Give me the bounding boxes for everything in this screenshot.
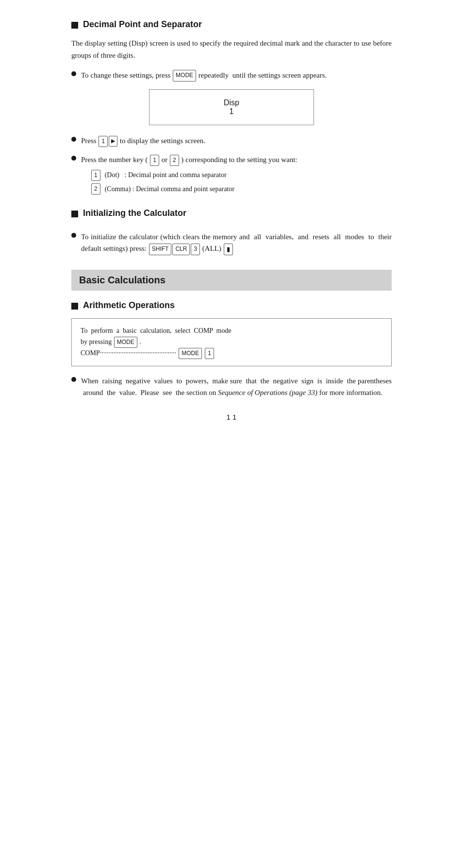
gray-banner-basic: Basic Calculations [71,270,392,291]
key-mode-3: MODE [179,348,202,359]
key-3: 3 [191,244,200,255]
section-title-decimal: Decimal Point and Separator [83,19,202,30]
key-1-comp: 1 [205,348,214,359]
key-2-opt: 2 [91,183,100,195]
bullet-text-number-key: Press the number key ( 1 or 2 ) correspo… [81,154,392,199]
info-box-comp: To perform a basic calculation, select C… [71,318,392,366]
round-bullet-2 [71,137,76,142]
section-heading-init: Initializing the Calculator [71,208,392,218]
bullet-press-number-key: Press the number key ( 1 or 2 ) correspo… [71,154,392,199]
key-arrow-right: ▶ [109,136,117,147]
key-shift: SHIFT [149,244,172,255]
round-bullet-1 [71,71,76,76]
round-bullet-5 [71,377,76,382]
key-exec: ▮ [224,244,233,256]
bullet-text-press-1: Press 1▶ to display the settings screen. [81,135,392,147]
key-option-comma-label: (Comma) : Decimal comma and point separa… [105,184,234,195]
key-1-b: 1 [150,155,159,166]
section-title-arithmetic: Arithmetic Operations [83,300,175,311]
bullet-initialize: To initialize the calculator (which clea… [71,231,392,255]
key-2-a: 2 [170,155,179,166]
key-options: 1 (Dot) : Decimal point and comma separa… [91,170,392,195]
bullet-press-1-arrow: Press 1▶ to display the settings screen. [71,135,392,147]
round-bullet-3 [71,156,76,161]
intro-para-decimal: The display setting (Disp) screen is use… [71,37,392,62]
page: Decimal Point and Separator The display … [62,0,401,868]
key-1-opt: 1 [91,170,100,181]
sq-bullet-arithmetic [71,303,78,310]
bullet-text-change-settings: To change these settings, press MODE rep… [81,69,392,82]
section-title-init: Initializing the Calculator [83,208,186,218]
sq-bullet-decimal [71,22,78,29]
display-line2: 1 [161,107,302,116]
comp-label: COMP····································… [81,348,176,359]
key-1-a: 1 [99,136,108,147]
page-number: 1 1 [71,413,392,421]
bullet-change-settings: To change these settings, press MODE rep… [71,69,392,82]
round-bullet-4 [71,233,76,238]
bullet-text-negative-powers: When raising negative values to powers, … [81,375,392,398]
display-box-disp: Disp 1 [149,89,314,125]
display-line1: Disp [161,98,302,107]
info-line-1: To perform a basic calculation, select C… [81,326,382,336]
bullet-negative-powers: When raising negative values to powers, … [71,375,392,398]
italic-ref: Sequence of Operations (page 33) [218,389,317,396]
key-option-dot-label: (Dot) : Decimal point and comma separato… [105,170,227,180]
key-mode-2: MODE [114,337,137,348]
sq-bullet-init [71,211,78,217]
section-heading-arithmetic: Arithmetic Operations [71,300,392,311]
key-option-comma: 2 (Comma) : Decimal comma and point sepa… [91,183,392,195]
section-heading-decimal: Decimal Point and Separator [71,19,392,30]
info-line-2: by pressing MODE . [81,337,382,348]
info-line-3: COMP····································… [81,348,382,359]
key-mode-1: MODE [173,70,196,81]
key-clr: CLR [172,244,190,255]
bullet-text-initialize: To initialize the calculator (which clea… [81,231,392,255]
key-option-dot: 1 (Dot) : Decimal point and comma separa… [91,170,392,181]
